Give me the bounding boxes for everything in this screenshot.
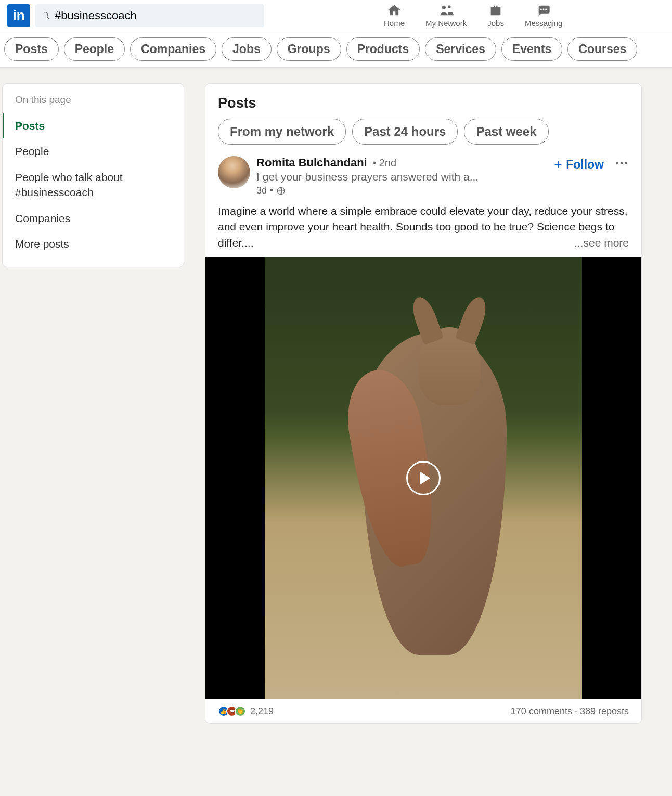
dot-separator: •	[270, 185, 273, 196]
svg-point-0	[442, 6, 445, 9]
filter-products[interactable]: Products	[346, 37, 420, 61]
post-actions: Follow	[552, 156, 629, 173]
reactions[interactable]: 👍 ❤ 👏 2,219	[218, 705, 274, 717]
subfilter-week[interactable]: Past week	[464, 119, 548, 145]
sidebar-item-people[interactable]: People	[3, 138, 184, 164]
top-nav: Home My Network Jobs Messaging	[373, 3, 573, 28]
subfilter-network[interactable]: From my network	[218, 119, 346, 145]
filter-courses[interactable]: Courses	[567, 37, 637, 61]
svg-point-4	[545, 8, 547, 10]
nav-network[interactable]: My Network	[415, 3, 477, 28]
post-text: Imagine a world where a simple embrace c…	[205, 196, 641, 253]
reaction-count: 2,219	[250, 706, 274, 717]
dot-separator: ·	[575, 706, 580, 716]
post-meta: Romita Bulchandani • 2nd I get your busi…	[256, 156, 552, 196]
author-tagline: I get your business prayers answered wit…	[256, 171, 552, 183]
linkedin-logo[interactable]: in	[7, 4, 30, 27]
author-avatar[interactable]	[218, 156, 250, 188]
follow-button[interactable]: Follow	[552, 158, 604, 172]
svg-point-8	[625, 162, 627, 165]
svg-point-1	[448, 5, 450, 8]
globe-icon	[276, 186, 286, 196]
search-icon	[42, 11, 50, 20]
on-this-page-sidebar: On this page Posts People People who tal…	[2, 83, 184, 267]
filter-posts[interactable]: Posts	[4, 37, 59, 61]
comments-count[interactable]: 170 comments	[511, 706, 572, 716]
sidebar-item-companies[interactable]: Companies	[3, 206, 184, 231]
see-more-link[interactable]: ...see more	[574, 235, 629, 251]
reaction-icons: 👍 ❤ 👏	[218, 705, 246, 717]
post-video[interactable]	[205, 257, 641, 699]
sidebar-item-people-who-talk[interactable]: People who talk about #businesscoach	[3, 164, 184, 206]
plus-icon	[552, 159, 564, 170]
nav-label: Messaging	[525, 19, 563, 28]
svg-point-7	[621, 162, 623, 165]
nav-jobs[interactable]: Jobs	[477, 3, 514, 28]
celebrate-icon: 👏	[235, 705, 246, 717]
filter-events[interactable]: Events	[501, 37, 562, 61]
search-input[interactable]	[55, 9, 258, 22]
search-box[interactable]	[35, 4, 264, 27]
post-stats: 👍 ❤ 👏 2,219 170 comments · 389 reposts	[205, 699, 641, 723]
nav-label: Jobs	[487, 19, 504, 28]
feed-post: Romita Bulchandani • 2nd I get your busi…	[205, 156, 641, 723]
post-header: Romita Bulchandani • 2nd I get your busi…	[205, 156, 641, 196]
svg-point-2	[540, 8, 542, 10]
nav-messaging[interactable]: Messaging	[514, 3, 573, 28]
more-icon	[614, 156, 629, 171]
author-name[interactable]: Romita Bulchandani	[256, 156, 367, 169]
nav-home[interactable]: Home	[373, 3, 415, 28]
filter-companies[interactable]: Companies	[130, 37, 216, 61]
post-more-menu[interactable]	[614, 156, 629, 173]
nav-label: My Network	[425, 19, 467, 28]
posts-panel: Posts From my network Past 24 hours Past…	[205, 83, 642, 724]
connection-degree: • 2nd	[372, 157, 396, 169]
subfilter-24h[interactable]: Past 24 hours	[352, 119, 458, 145]
engagement-counts: 170 comments · 389 reposts	[511, 706, 629, 717]
posts-title: Posts	[205, 84, 641, 119]
filter-groups[interactable]: Groups	[277, 37, 341, 61]
home-icon	[387, 3, 402, 18]
jobs-icon	[488, 3, 503, 18]
sidebar-item-posts[interactable]: Posts	[3, 113, 184, 138]
post-timestamp: 3d •	[256, 185, 552, 196]
messaging-icon	[536, 3, 551, 18]
network-icon	[439, 3, 454, 18]
post-age: 3d	[256, 185, 267, 196]
search-filters: Posts People Companies Jobs Groups Produ…	[0, 31, 672, 68]
post-subfilters: From my network Past 24 hours Past week	[205, 119, 641, 156]
sidebar-title: On this page	[3, 94, 184, 113]
reposts-count[interactable]: 389 reposts	[580, 706, 629, 716]
filter-jobs[interactable]: Jobs	[222, 37, 272, 61]
filter-people[interactable]: People	[64, 37, 125, 61]
filter-services[interactable]: Services	[425, 37, 496, 61]
svg-point-6	[616, 162, 619, 165]
svg-point-3	[543, 8, 545, 10]
sidebar-item-more-posts[interactable]: More posts	[3, 231, 184, 256]
play-button[interactable]	[406, 461, 441, 495]
global-header: in Home My Network Jobs Messaging	[0, 0, 672, 31]
nav-label: Home	[384, 19, 405, 28]
content-area: On this page Posts People People who tal…	[0, 68, 672, 724]
